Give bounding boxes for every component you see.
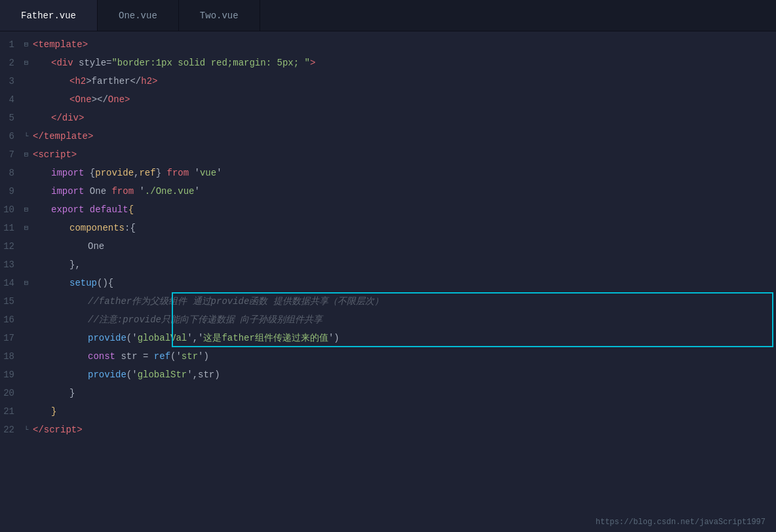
line-body-1: <template> xyxy=(33,35,88,54)
line-body-15: //father作为父级组件 通过provide函数 提供数据共享（不限层次） xyxy=(88,292,383,311)
code-line-16: 16 //注意:provide只能向下传递数据 向子孙级别组件共享 xyxy=(0,311,776,329)
token: > xyxy=(79,113,84,123)
token: script xyxy=(44,425,77,435)
line-number-1: 1 xyxy=(0,35,21,54)
token: from xyxy=(111,186,134,197)
code-line-8: 8 import {provide,ref} from 'vue' xyxy=(0,164,776,182)
token: } xyxy=(69,388,75,398)
line-number-5: 5 xyxy=(0,109,21,127)
token: { xyxy=(128,204,134,215)
line-number-20: 20 xyxy=(0,384,21,402)
token: (){ xyxy=(97,278,113,288)
token: //father作为父级组件 通过provide函数 提供数据共享（不限层次） xyxy=(88,296,383,307)
token: globalStr xyxy=(138,370,187,380)
line-number-12: 12 xyxy=(0,237,21,256)
token: > xyxy=(125,94,130,105)
fold-marker-13 xyxy=(21,256,33,274)
token: setup xyxy=(69,278,97,288)
code-line-6: 6└</template> xyxy=(0,127,776,145)
token: </ xyxy=(51,113,62,123)
fold-marker-16 xyxy=(21,311,33,329)
fold-marker-5 xyxy=(21,109,33,127)
line-body-17: provide('globalVal','这是father组件传递过来的值') xyxy=(88,329,340,347)
line-body-14: setup(){ xyxy=(69,274,113,292)
fold-marker-8 xyxy=(21,164,33,182)
token: ' xyxy=(194,186,199,197)
code-line-7: 7⊟<script> xyxy=(0,145,776,164)
token: export xyxy=(51,204,84,215)
token: template xyxy=(38,39,82,50)
line-body-7: <script> xyxy=(33,145,77,164)
editor-window: Father.vueOne.vueTwo.vue 1⊟<template>2⊟<… xyxy=(0,0,776,532)
code-line-13: 13 }, xyxy=(0,256,776,274)
token: > xyxy=(152,76,157,86)
token: > xyxy=(88,131,93,142)
fold-marker-6: └ xyxy=(21,127,33,145)
token: components xyxy=(69,223,125,233)
token: 这是father组件传递过来的值 xyxy=(203,333,328,343)
token: } xyxy=(51,406,56,417)
token: ></ xyxy=(92,94,108,105)
fold-marker-20 xyxy=(21,384,33,402)
token: import xyxy=(51,168,84,178)
token: > xyxy=(83,39,88,50)
line-body-13: }, xyxy=(69,256,81,274)
line-body-9: import One from './One.vue' xyxy=(51,182,200,200)
fold-marker-9 xyxy=(21,182,33,200)
tab-Onevue[interactable]: One.vue xyxy=(98,0,179,31)
token: (' xyxy=(126,370,138,380)
line-body-21: } xyxy=(51,402,56,421)
code-line-5: 5 </div> xyxy=(0,109,776,127)
tab-Twovue[interactable]: Two.vue xyxy=(179,0,260,31)
token: (' xyxy=(170,351,182,362)
code-line-4: 4 <One></One> xyxy=(0,90,776,109)
token: One xyxy=(84,186,111,197)
token: provide xyxy=(95,168,134,178)
token: ') xyxy=(328,333,340,343)
watermark: https://blog.csdn.net/javaScript1997 xyxy=(596,518,766,527)
line-number-17: 17 xyxy=(0,329,21,347)
tab-Fathervue[interactable]: Father.vue xyxy=(0,0,98,31)
line-body-19: provide('globalStr',str) xyxy=(88,366,220,384)
fold-marker-21 xyxy=(21,402,33,421)
token: ') xyxy=(198,351,209,362)
line-number-13: 13 xyxy=(0,256,21,274)
line-body-11: components:{ xyxy=(69,219,136,237)
line-number-18: 18 xyxy=(0,347,21,366)
token: template xyxy=(44,131,88,142)
line-number-22: 22 xyxy=(0,421,21,439)
token: ./One.vue xyxy=(145,186,195,197)
token: const xyxy=(88,351,115,362)
fold-marker-10[interactable]: ⊟ xyxy=(21,200,33,219)
token: from xyxy=(166,168,189,178)
code-line-12: 12 One xyxy=(0,237,776,256)
code-scroll: 1⊟<template>2⊟<div style="border:1px sol… xyxy=(0,31,776,532)
code-line-2: 2⊟<div style="border:1px solid red;margi… xyxy=(0,54,776,72)
token: > xyxy=(71,149,77,160)
token: ',' xyxy=(187,333,203,343)
fold-marker-14[interactable]: ⊟ xyxy=(21,274,33,292)
fold-marker-1[interactable]: ⊟ xyxy=(21,35,33,54)
token: str xyxy=(182,351,198,362)
code-line-20: 20 } xyxy=(0,384,776,402)
line-number-15: 15 xyxy=(0,292,21,311)
fold-marker-7[interactable]: ⊟ xyxy=(21,145,33,164)
line-body-20: } xyxy=(69,384,75,402)
line-number-21: 21 xyxy=(0,402,21,421)
token: vue xyxy=(200,168,216,178)
fold-marker-11[interactable]: ⊟ xyxy=(21,219,33,237)
fold-marker-2[interactable]: ⊟ xyxy=(21,54,33,72)
token: ' xyxy=(134,186,145,197)
fold-marker-22: └ xyxy=(21,421,33,439)
token: ' xyxy=(189,168,200,178)
token: provide xyxy=(88,333,126,343)
token: }, xyxy=(69,259,81,270)
token: h2 xyxy=(141,76,152,86)
tab-bar: Father.vueOne.vueTwo.vue xyxy=(0,0,776,31)
token: ' xyxy=(216,168,222,178)
token: ref xyxy=(154,351,170,362)
line-body-10: export default{ xyxy=(51,200,134,219)
token: str = xyxy=(115,351,154,362)
code-line-14: 14⊟setup(){ xyxy=(0,274,776,292)
token: (' xyxy=(126,333,138,343)
